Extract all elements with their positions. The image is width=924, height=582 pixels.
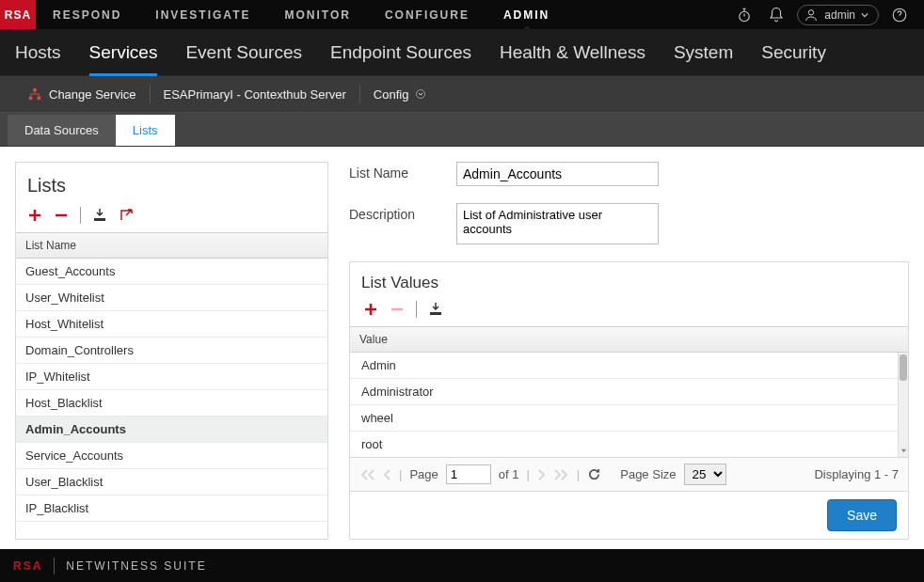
footer-brand: RSA (13, 559, 42, 573)
nav-monitor[interactable]: MONITOR (267, 0, 367, 29)
chevron-down-icon (416, 89, 425, 99)
footer: RSA NETWITNESS SUITE (0, 549, 924, 582)
list-item[interactable]: Domain_Controllers (16, 338, 327, 364)
add-button[interactable] (25, 206, 44, 225)
separator: | (526, 467, 529, 481)
minus-icon (55, 209, 68, 222)
plus-icon (28, 209, 41, 222)
lists-panel: Lists List Name Guest_Accounts User_Whit… (15, 162, 328, 540)
import-button[interactable] (90, 206, 109, 225)
stopwatch-icon[interactable] (733, 4, 756, 26)
save-row: Save (350, 491, 908, 539)
scrollbar-thumb[interactable] (900, 354, 907, 381)
description-input[interactable] (456, 203, 659, 244)
list-item[interactable]: Guest_Accounts (16, 259, 327, 285)
first-page-button[interactable] (359, 468, 374, 481)
svg-rect-5 (38, 97, 41, 101)
paging-bar: | Page of 1 | | Page Size 25 Displaying … (350, 457, 908, 491)
page-label: Page (409, 467, 438, 481)
page-of-label: of 1 (499, 467, 519, 481)
list-item[interactable]: IP_Blacklist (16, 495, 327, 522)
separator: | (577, 467, 580, 481)
export-icon (119, 208, 134, 223)
subnav-event-sources[interactable]: Event Sources (185, 31, 302, 74)
separator: | (399, 467, 402, 481)
page-input[interactable] (446, 464, 491, 484)
nav-admin[interactable]: ADMIN (486, 0, 566, 29)
page-size-label: Page Size (620, 467, 676, 481)
list-values-toolbar (350, 300, 908, 326)
minus-icon (390, 303, 404, 316)
svg-rect-8 (430, 312, 441, 315)
tab-data-sources[interactable]: Data Sources (8, 115, 116, 146)
svg-rect-4 (29, 97, 33, 101)
nav-respond[interactable]: RESPOND (36, 0, 138, 29)
export-button[interactable] (117, 206, 135, 225)
remove-button[interactable] (52, 206, 71, 225)
help-icon[interactable] (888, 4, 911, 26)
scrollbar[interactable] (898, 353, 908, 457)
save-button[interactable]: Save (827, 499, 897, 531)
values-grid-header: Value (350, 326, 908, 353)
plus-icon (364, 303, 377, 316)
nav-configure[interactable]: CONFIGURE (368, 0, 486, 29)
top-nav: RSA RESPOND INVESTIGATE MONITOR CONFIGUR… (0, 0, 924, 29)
hierarchy-icon (28, 87, 41, 101)
last-page-button[interactable] (554, 468, 569, 481)
subnav-hosts[interactable]: Hosts (15, 31, 61, 74)
list-item[interactable]: Host_Blacklist (16, 390, 327, 417)
add-value-button[interactable] (361, 300, 380, 319)
list-name-input[interactable] (456, 162, 659, 186)
svg-rect-7 (94, 218, 105, 221)
change-service-button[interactable]: Change Service (15, 87, 150, 102)
list-item[interactable]: User_Blacklist (16, 469, 327, 495)
list-values-title: List Values (350, 262, 908, 300)
page-size-select[interactable]: 25 (684, 464, 726, 485)
description-row: Description (349, 203, 909, 244)
list-item[interactable]: User_Whitelist (16, 285, 327, 311)
remove-value-button[interactable] (388, 300, 406, 319)
sub-nav: Hosts Services Event Sources Endpoint So… (0, 29, 924, 75)
separator (54, 558, 55, 574)
refresh-button[interactable] (587, 467, 601, 481)
description-label: Description (349, 203, 430, 222)
config-label: Config (374, 87, 409, 102)
user-menu[interactable]: admin (797, 5, 879, 25)
separator (80, 207, 81, 224)
lists-title: Lists (16, 163, 327, 206)
list-values-panel: List Values Value Admin Administrator wh… (349, 261, 909, 540)
value-row[interactable]: Admin (350, 353, 908, 379)
import-icon (428, 302, 443, 317)
subnav-endpoint-sources[interactable]: Endpoint Sources (330, 31, 471, 74)
list-item[interactable]: Admin_Accounts (16, 417, 327, 443)
subnav-health[interactable]: Health & Wellness (500, 31, 645, 74)
list-item[interactable]: Host_Whitelist (16, 311, 327, 338)
bell-icon[interactable] (765, 4, 788, 26)
lists-grid-header: List Name (16, 232, 327, 259)
breadcrumb: Change Service ESAPrimaryI - Contexthub … (0, 75, 924, 113)
subnav-system[interactable]: System (674, 31, 733, 74)
config-dropdown[interactable]: Config (360, 87, 439, 102)
next-page-button[interactable] (537, 468, 547, 481)
values-grid-body: Admin Administrator wheel root (350, 353, 908, 457)
topnav-right: admin (733, 4, 924, 26)
chevron-down-icon (861, 11, 868, 19)
subnav-security[interactable]: Security (761, 31, 826, 74)
value-row[interactable]: wheel (350, 405, 908, 432)
tab-lists[interactable]: Lists (116, 115, 175, 146)
prev-page-button[interactable] (382, 468, 391, 481)
paging-status: Displaying 1 - 7 (814, 467, 899, 481)
list-item[interactable]: IP_Whitelist (16, 364, 327, 390)
list-name-label: List Name (349, 162, 430, 181)
svg-point-1 (809, 9, 814, 14)
refresh-icon (587, 467, 601, 481)
subnav-services[interactable]: Services (89, 31, 158, 74)
import-values-button[interactable] (426, 300, 445, 319)
svg-point-6 (417, 90, 425, 99)
value-row[interactable]: root (350, 432, 908, 451)
change-service-label: Change Service (49, 87, 136, 102)
list-item[interactable]: Service_Accounts (16, 443, 327, 469)
detail-panel: List Name Description List Values Val (349, 162, 909, 540)
nav-investigate[interactable]: INVESTIGATE (138, 0, 267, 29)
value-row[interactable]: Administrator (350, 379, 908, 405)
